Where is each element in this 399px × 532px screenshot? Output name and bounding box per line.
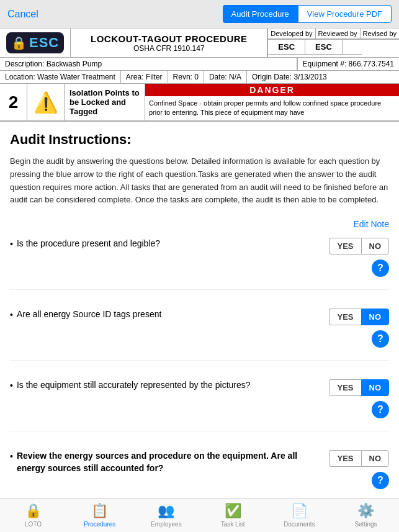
date-cell: Date: N/A — [204, 71, 247, 83]
revn-value: 0 — [194, 73, 199, 81]
help-button[interactable]: ? — [372, 330, 389, 348]
danger-label: Isolation Points to be Locked and Tagged — [65, 84, 145, 120]
top-bar: Cancel Audit Procedure View Procedure PD… — [0, 0, 399, 29]
audit-procedure-button[interactable]: Audit Procedure — [223, 5, 298, 23]
employees-icon: 👥 — [158, 503, 174, 519]
view-pdf-button[interactable]: View Procedure PDF — [298, 5, 392, 23]
question-text: Review the energy sources and procedure … — [17, 450, 321, 474]
nav-item-settings[interactable]: ⚙️ Settings — [333, 498, 399, 532]
question-controls: YES NO ? — [329, 309, 389, 348]
area-label: Area: — [126, 73, 144, 81]
question-controls: YES NO ? — [329, 379, 389, 418]
reviewed-by-label: Reviewed by — [316, 29, 361, 39]
nav-item-loto[interactable]: 🔒 LOTO — [0, 498, 66, 532]
revised-by-label: Revised by — [361, 29, 399, 39]
procedure-title: LOCKOUT-TAGOUT PROCEDURE — [77, 34, 261, 44]
header-section: 🔒 ESC LOCKOUT-TAGOUT PROCEDURE OSHA CFR … — [0, 29, 399, 122]
help-button[interactable]: ? — [372, 259, 389, 277]
equipment-value: 866.773.7541 — [349, 60, 394, 68]
loto-label: LOTO — [25, 521, 42, 528]
settings-label: Settings — [354, 521, 377, 528]
scroll-area: Audit Instructions: Begin the audit by a… — [0, 122, 399, 532]
logo-text: ESC — [29, 35, 59, 51]
documents-label: Documents — [284, 521, 315, 528]
revised-by-value — [343, 40, 362, 55]
yes-no-group: YES NO — [329, 450, 389, 467]
logo-area: 🔒 ESC — [0, 29, 71, 57]
equipment-label: Equipment #: — [303, 60, 347, 68]
origin-date-label: Origin Date: — [252, 73, 292, 81]
description-label: Description: — [5, 60, 44, 68]
header-meta: Developed by Reviewed by Revised by ESC … — [267, 29, 399, 57]
main-content: Audit Instructions: Begin the audit by a… — [0, 122, 399, 532]
danger-content: DANGER Confined Space - obtain proper pe… — [145, 84, 399, 120]
revn-label: Revn: — [173, 73, 192, 81]
description-cell: Description: Backwash Pump — [0, 58, 297, 70]
yes-button[interactable]: YES — [329, 238, 361, 255]
question-strong-text: Review the energy sources and procedure … — [17, 451, 297, 473]
equipment-cell: Equipment #: 866.773.7541 — [297, 58, 399, 70]
logo-box: 🔒 ESC — [6, 32, 64, 53]
question-row: • Are all energy Source ID tags present … — [10, 309, 389, 361]
location-label: Location: — [5, 73, 35, 81]
tasklist-icon: ✅ — [225, 503, 241, 519]
nav-item-tasklist[interactable]: ✅ Task List — [200, 498, 266, 532]
no-button[interactable]: NO — [361, 238, 390, 255]
nav-item-documents[interactable]: 📄 Documents — [266, 498, 333, 532]
danger-row: 2 ⚠️ Isolation Points to be Locked and T… — [0, 84, 399, 121]
origin-date-cell: Origin Date: 3/13/2013 — [247, 71, 332, 83]
loto-icon: 🔒 — [25, 503, 42, 519]
settings-icon: ⚙️ — [357, 503, 374, 519]
help-button[interactable]: ? — [372, 401, 389, 418]
location-value: Waste Water Treatment — [37, 73, 115, 81]
description-row: Description: Backwash Pump Equipment #: … — [0, 58, 399, 71]
question-row: • Is the procedure present and legible? … — [10, 238, 389, 290]
location-row: Location: Waste Water Treatment Area: Fi… — [0, 71, 399, 84]
yes-button[interactable]: YES — [329, 450, 361, 467]
procedures-icon: 📋 — [91, 503, 108, 519]
description-value: Backwash Pump — [47, 60, 102, 68]
question-text: Is the procedure present and legible? — [17, 238, 321, 250]
location-cell: Location: Waste Water Treatment — [0, 71, 121, 83]
audit-intro: Begin the audit by answering the questio… — [10, 155, 389, 207]
reviewed-by-value: ESC — [305, 40, 343, 55]
question-text: Is the equipment still accurately repres… — [17, 379, 321, 392]
danger-header-text: DANGER — [145, 84, 399, 96]
date-value: N/A — [229, 73, 241, 81]
no-button[interactable]: NO — [361, 450, 390, 467]
yes-no-group: YES NO — [329, 238, 389, 255]
developed-by-value: ESC — [268, 40, 305, 55]
nav-item-procedures[interactable]: 📋 Procedures — [66, 498, 133, 532]
tasklist-label: Task List — [221, 521, 245, 528]
revn-cell: Revn: 0 — [168, 71, 204, 83]
yes-no-group: YES NO — [329, 379, 389, 396]
developed-by-label: Developed by — [268, 29, 315, 39]
no-button[interactable]: NO — [361, 309, 390, 325]
bullet: • — [10, 239, 13, 249]
origin-date-value: 3/13/2013 — [294, 73, 326, 81]
danger-icon-area: ⚠️ — [27, 84, 65, 120]
area-cell: Area: Filter — [121, 71, 168, 83]
question-row: • Is the equipment still accurately repr… — [10, 379, 389, 431]
area-value: Filter — [146, 73, 163, 81]
bullet: • — [10, 381, 13, 390]
nav-item-employees[interactable]: 👥 Employees — [133, 498, 199, 532]
audit-title: Audit Instructions: — [10, 132, 389, 148]
help-button[interactable]: ? — [372, 472, 389, 489]
no-button[interactable]: NO — [361, 379, 390, 396]
danger-body-text: Confined Space - obtain proper permits a… — [145, 96, 399, 120]
header-top: 🔒 ESC LOCKOUT-TAGOUT PROCEDURE OSHA CFR … — [0, 29, 399, 58]
danger-number: 2 — [0, 84, 27, 120]
lock-icon: 🔒 — [11, 35, 27, 50]
bullet: • — [10, 310, 13, 320]
yes-button[interactable]: YES — [329, 379, 361, 396]
yes-button[interactable]: YES — [329, 309, 361, 325]
procedure-subtitle: OSHA CFR 1910.147 — [77, 44, 261, 53]
yes-no-group: YES NO — [329, 309, 389, 325]
bullet: • — [10, 451, 13, 461]
date-label: Date: — [209, 73, 227, 81]
question-row: • Review the energy sources and procedur… — [10, 450, 389, 502]
cancel-button[interactable]: Cancel — [7, 9, 38, 20]
action-buttons: Audit Procedure View Procedure PDF — [223, 5, 392, 23]
edit-note-button[interactable]: Edit Note — [10, 219, 389, 229]
